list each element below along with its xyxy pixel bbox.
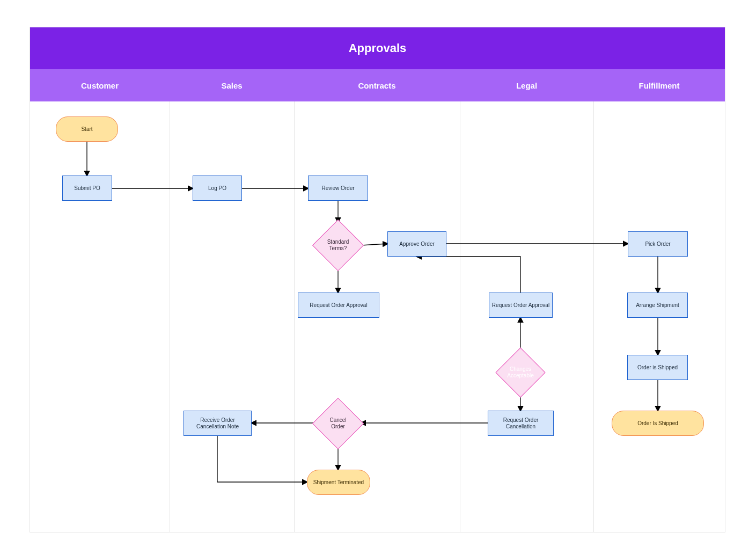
lane-divider	[170, 101, 170, 532]
node-logPO[interactable]: Log PO	[193, 176, 242, 201]
swimlane-diagram: Approvals CustomerSalesContractsLegalFul…	[30, 27, 725, 532]
node-pickOrder[interactable]: Pick Order	[628, 231, 688, 257]
connectors-layer	[30, 27, 725, 532]
node-reqApproval1[interactable]: Request Order Approval	[298, 293, 379, 318]
node-start[interactable]: Start	[56, 116, 118, 142]
diagram-title: Approvals	[30, 27, 725, 69]
node-submitPO[interactable]: Submit PO	[62, 176, 112, 201]
node-recvCancel[interactable]: Receive Order Cancellation Note	[184, 411, 252, 436]
lane-header: Sales	[170, 69, 295, 101]
connector	[417, 257, 520, 293]
node-arrangeShip[interactable]: Arrange Shipment	[627, 293, 688, 318]
node-label: Cancel Order	[322, 417, 354, 430]
node-cancelOrder[interactable]: Cancel Order	[320, 405, 356, 442]
node-label: Standard Terms?	[322, 239, 354, 252]
node-reqApproval2[interactable]: Request Order Approval	[489, 293, 553, 318]
node-changesAccept[interactable]: Changes Acceptable	[503, 355, 538, 390]
connector	[217, 436, 307, 482]
lane-divider	[460, 101, 460, 532]
node-label: Changes Acceptable	[504, 366, 537, 379]
node-shippedEnd[interactable]: Order Is Shipped	[612, 411, 704, 436]
node-orderShipped[interactable]: Order is Shipped	[627, 355, 688, 380]
lane-header: Fulfillment	[593, 69, 725, 101]
node-reviewOrder[interactable]: Review Order	[308, 176, 368, 201]
lane-header: Contracts	[294, 69, 460, 101]
node-shipTerminated[interactable]: Shipment Terminated	[307, 470, 370, 495]
connector	[361, 244, 387, 245]
lane-divider	[294, 101, 295, 532]
node-reqCancel[interactable]: Request Order Cancellation	[488, 411, 554, 436]
lane-header: Customer	[30, 69, 170, 101]
node-standardTerms[interactable]: Standard Terms?	[320, 227, 356, 264]
node-approveOrder[interactable]: Approve Order	[387, 231, 446, 257]
lane-header: Legal	[460, 69, 594, 101]
lane-divider	[593, 101, 594, 532]
